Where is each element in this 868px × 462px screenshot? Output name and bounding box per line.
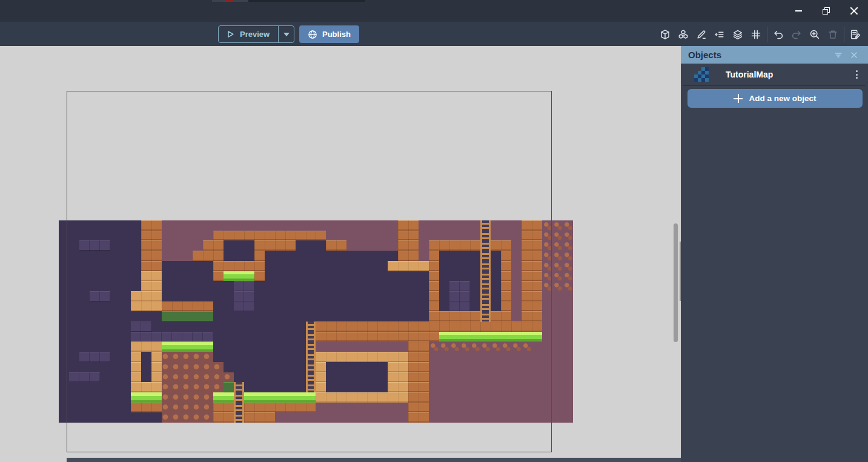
- tile-rock: [408, 372, 419, 383]
- tile-pebble: [552, 231, 563, 241]
- tile-rock: [213, 403, 224, 413]
- tile-rock: [501, 261, 511, 271]
- preview-dropdown-button[interactable]: [278, 26, 294, 42]
- tile-cave: [306, 311, 316, 322]
- tile-tan: [316, 372, 326, 383]
- tile-cave: [346, 251, 357, 261]
- tile-mauve: [296, 220, 306, 231]
- object-list-item[interactable]: TutorialMap: [681, 64, 868, 85]
- tile-rock: [449, 311, 460, 322]
- window-minimize-button[interactable]: [784, 0, 812, 22]
- tile-mauve: [552, 322, 563, 332]
- tile-mauve: [470, 231, 480, 241]
- vertical-scrollbar[interactable]: [674, 223, 678, 342]
- zoom-button[interactable]: [807, 27, 822, 42]
- grid-icon: [750, 28, 762, 41]
- tile-mauve: [480, 382, 491, 392]
- tile-mauve: [429, 372, 439, 383]
- tile-cave: [275, 352, 285, 362]
- edit-mode-button[interactable]: [694, 27, 709, 42]
- tile-rock: [162, 302, 172, 312]
- tile-cave: [346, 311, 357, 322]
- undo-button[interactable]: [771, 27, 786, 42]
- object-menu-button[interactable]: [849, 67, 864, 82]
- publish-button[interactable]: Publish: [299, 25, 359, 43]
- tile-cave: [470, 281, 480, 291]
- tile-rock: [141, 220, 151, 231]
- tile-tan: [141, 342, 151, 352]
- tile-cave: [121, 231, 131, 241]
- tile-cave: [151, 412, 162, 423]
- scene-canvas[interactable]: [0, 46, 681, 462]
- scene-tilemap[interactable]: [59, 220, 573, 423]
- tile-mauve: [511, 352, 522, 362]
- tile-rock: [224, 412, 234, 423]
- window-restore-button[interactable]: [812, 0, 840, 22]
- tile-grass: [285, 392, 296, 403]
- tile-mauve: [542, 311, 552, 322]
- tile-mauve: [542, 302, 552, 312]
- tile-rock: [439, 311, 449, 322]
- open-object-groups-button[interactable]: [676, 27, 691, 42]
- tile-brick: [69, 372, 79, 383]
- edit-scene-properties-button[interactable]: [848, 27, 863, 42]
- tile-cave: [59, 261, 69, 271]
- open-instances-list-button[interactable]: [712, 27, 727, 42]
- tile-tan: [326, 392, 336, 403]
- tile-brick: [234, 281, 244, 291]
- tile-cave: [59, 403, 69, 413]
- tile-cave: [254, 382, 265, 392]
- tile-mauve: [480, 403, 491, 413]
- tile-cave: [316, 291, 326, 302]
- tile-tan: [151, 342, 162, 352]
- tile-mauve: [234, 220, 244, 231]
- tile-cave: [265, 362, 275, 372]
- delete-button[interactable]: [826, 27, 840, 42]
- add-object-button[interactable]: Add a new object: [687, 89, 863, 108]
- tile-mauve: [439, 362, 449, 372]
- tile-cave: [336, 362, 346, 372]
- tile-grass: [234, 271, 244, 282]
- preview-button[interactable]: Preview: [218, 25, 294, 43]
- horizontal-scrollbar[interactable]: [67, 458, 681, 462]
- tile-cave: [254, 352, 265, 362]
- objects-panel-close-button[interactable]: [846, 47, 862, 63]
- tile-brick: [449, 302, 460, 312]
- tile-cave: [121, 372, 131, 383]
- tile-mauve: [511, 240, 522, 251]
- tile-mauve: [552, 412, 563, 423]
- tile-rock: [522, 302, 532, 312]
- tile-rock: [408, 412, 419, 423]
- tile-cave: [110, 302, 121, 312]
- tile-tan: [316, 392, 326, 403]
- tile-pebble: [542, 251, 552, 261]
- tile-cave: [69, 362, 79, 372]
- layers-icon: [732, 28, 744, 41]
- tile-cave: [100, 302, 110, 312]
- tile-rock: [491, 311, 501, 322]
- tile-cave: [491, 281, 501, 291]
- tile-mauve: [480, 412, 491, 423]
- tile-cave: [131, 311, 141, 322]
- tile-cave: [110, 240, 121, 251]
- tile-mauve: [449, 392, 460, 403]
- objects-filter-button[interactable]: [830, 47, 846, 63]
- tile-dirt: [162, 412, 172, 423]
- open-objects-panel-button[interactable]: [658, 27, 672, 42]
- tile-mauve: [460, 352, 470, 362]
- tile-rock: [265, 412, 275, 423]
- tile-cave: [254, 332, 265, 342]
- toggle-grid-button[interactable]: [749, 27, 763, 42]
- tile-pebble: [552, 220, 563, 231]
- tile-cave: [110, 291, 121, 302]
- tile-pebble: [491, 342, 501, 352]
- tile-rock: [141, 240, 151, 251]
- open-layers-panel-button[interactable]: [731, 27, 745, 42]
- tile-cave: [59, 352, 69, 362]
- tile-mauve: [563, 382, 573, 392]
- tile-ladder: [234, 382, 244, 392]
- window-close-button[interactable]: [840, 0, 868, 22]
- tile-cave: [162, 281, 172, 291]
- tile-dirt: [182, 392, 193, 403]
- redo-button[interactable]: [789, 27, 804, 42]
